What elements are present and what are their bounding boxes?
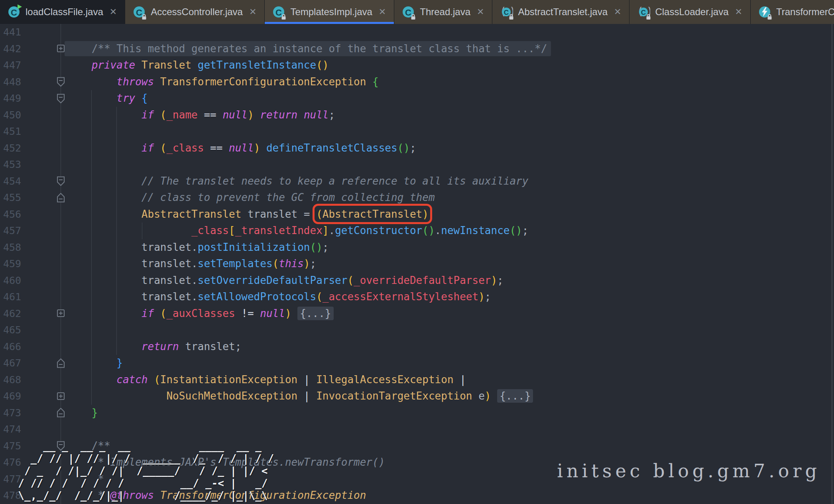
gutter [23, 222, 67, 239]
code-line[interactable]: AbstractTranslet translet = (AbstractTra… [67, 206, 834, 223]
code-line[interactable]: if (_name == null) return null; [67, 107, 834, 124]
tab-label: AccessController.java [151, 6, 243, 18]
editor-row: 460 translet.setOverrideDefaultParser(_o… [0, 272, 834, 289]
gutter [23, 272, 67, 289]
fold-end-icon[interactable] [57, 408, 65, 418]
line-number: 449 [0, 93, 23, 104]
gutter [23, 90, 67, 107]
editor-row: 462 if (_auxClasses != null) {...} [0, 305, 834, 322]
tab-loadclassfile-java[interactable]: CloadClassFile.java✕ [0, 0, 125, 24]
tab-close-icon[interactable]: ✕ [613, 7, 622, 17]
code-line[interactable]: _class[_transletIndex].getConstructor().… [67, 222, 834, 239]
lock-icon [141, 14, 147, 20]
tab-label: AbstractTranslet.java [518, 6, 608, 18]
code-line[interactable]: if (_class == null) defineTransletClasse… [67, 140, 834, 157]
tab-label: TransformerConfigurationExcept [776, 6, 834, 18]
code-line[interactable]: } [67, 355, 834, 372]
tab-close-icon[interactable]: ✕ [248, 7, 257, 17]
fold-end-icon[interactable] [57, 193, 65, 203]
lock-icon [645, 14, 651, 20]
editor-row: 459 translet.setTemplates(this); [0, 256, 834, 272]
editor-row: 465 [0, 322, 834, 339]
code-line[interactable]: translet.setOverrideDefaultParser(_overr… [67, 272, 834, 289]
editor-row: 461 translet.setAllowedProtocols(_access… [0, 289, 834, 305]
tab-templatesimpl-java[interactable]: CTemplatesImpl.java✕ [265, 0, 394, 24]
line-number: 450 [0, 109, 23, 121]
line-number: 467 [0, 357, 23, 369]
code-line[interactable]: translet.setAllowedProtocols(_accessExte… [67, 289, 834, 305]
abstract-class-lock-icon: ()C [500, 5, 513, 19]
gutter [23, 41, 67, 57]
code-line[interactable]: translet.postInitialization(); [67, 239, 834, 256]
editor-pane[interactable]: 441442 /** This method generates an inst… [0, 24, 834, 504]
ide-window: CloadClassFile.java✕CAccessController.ja… [0, 0, 834, 504]
line-number: 442 [0, 43, 23, 55]
code-line[interactable]: return translet; [67, 339, 834, 355]
line-number: 473 [0, 407, 23, 419]
code-line[interactable]: throws TransformerConfigurationException… [67, 74, 834, 91]
gutter [23, 289, 67, 305]
tab-label: ClassLoader.java [655, 6, 728, 18]
tab-close-icon[interactable]: ✕ [109, 7, 118, 17]
tab-label: loadClassFile.java [26, 6, 103, 18]
code-line[interactable]: if (_auxClasses != null) {...} [67, 305, 834, 322]
tab-close-icon[interactable]: ✕ [734, 7, 743, 17]
class-run-icon: C [7, 5, 21, 19]
class-lock-icon: C [401, 5, 415, 19]
editor-row: 454 // The translet needs to keep a refe… [0, 173, 834, 190]
gutter [23, 24, 67, 41]
gutter [23, 107, 67, 124]
code-line[interactable]: catch (InstantiationException | IllegalA… [67, 372, 834, 388]
site-watermark: initsec blog.gm7.org [557, 460, 820, 482]
tab-close-icon[interactable]: ✕ [476, 7, 485, 17]
line-number: 453 [0, 159, 23, 170]
code-line[interactable]: // The translet needs to keep a referenc… [67, 173, 834, 190]
fold-end-icon[interactable] [57, 358, 65, 368]
folded-region-highlight[interactable]: /** This method generates an instance of… [65, 41, 551, 56]
line-number: 462 [0, 308, 23, 319]
code-line[interactable]: private Translet getTransletInstance() [67, 57, 834, 74]
line-number: 447 [0, 59, 23, 71]
run-arrow-icon [17, 4, 22, 10]
tab-thread-java[interactable]: CThread.java✕ [394, 0, 492, 24]
editor-row: 441 [0, 24, 834, 41]
tab-accesscontroller-java[interactable]: CAccessController.java✕ [125, 0, 265, 24]
line-number: 468 [0, 374, 23, 386]
tab-classloader-java[interactable]: ()CClassLoader.java✕ [629, 0, 751, 24]
code-line[interactable]: // class to prevent the GC from collecti… [67, 189, 834, 206]
gutter [23, 322, 67, 339]
fold-start-icon[interactable] [57, 176, 65, 186]
fold-expand-icon[interactable] [57, 309, 65, 319]
code-line[interactable]: try { [67, 90, 834, 107]
fold-expand-icon[interactable] [57, 44, 65, 54]
gutter [23, 355, 67, 372]
code-line[interactable]: translet.setTemplates(this); [67, 256, 834, 272]
gutter [23, 405, 67, 421]
scrollbar[interactable] [832, 24, 832, 504]
editor-row: 473 } [0, 405, 834, 421]
editor-row: 456 AbstractTranslet translet = (Abstrac… [0, 206, 834, 223]
tab-close-icon[interactable]: ✕ [378, 7, 387, 17]
code-line[interactable]: } [67, 405, 834, 421]
editor-row: 449 try { [0, 90, 834, 107]
code-line[interactable]: /** This method generates an instance of… [67, 41, 834, 57]
code-line[interactable]: NoSuchMethodException | InvocationTarget… [67, 388, 834, 405]
editor-row: 458 translet.postInitialization(); [0, 239, 834, 256]
folded-code-placeholder: {...} [497, 389, 533, 403]
editor-row: 447 private Translet getTransletInstance… [0, 57, 834, 74]
line-number: 461 [0, 291, 23, 303]
editor-row: 474 [0, 421, 834, 438]
lock-icon [410, 14, 416, 20]
line-number: 459 [0, 258, 23, 270]
editor-row: 453 [0, 156, 834, 173]
lock-icon [767, 14, 773, 20]
lock-icon [281, 14, 287, 20]
fold-expand-icon[interactable] [57, 391, 65, 401]
fold-start-icon[interactable] [57, 93, 65, 103]
tab-bar: CloadClassFile.java✕CAccessController.ja… [0, 0, 834, 24]
tab-abstracttranslet-java[interactable]: ()CAbstractTranslet.java✕ [492, 0, 629, 24]
editor-row: 448 throws TransformerConfigurationExcep… [0, 74, 834, 91]
line-number: 441 [0, 26, 23, 38]
fold-start-icon[interactable] [57, 77, 65, 87]
tab-transformerconfigurationexcept[interactable]: TransformerConfigurationExcept [751, 0, 834, 24]
